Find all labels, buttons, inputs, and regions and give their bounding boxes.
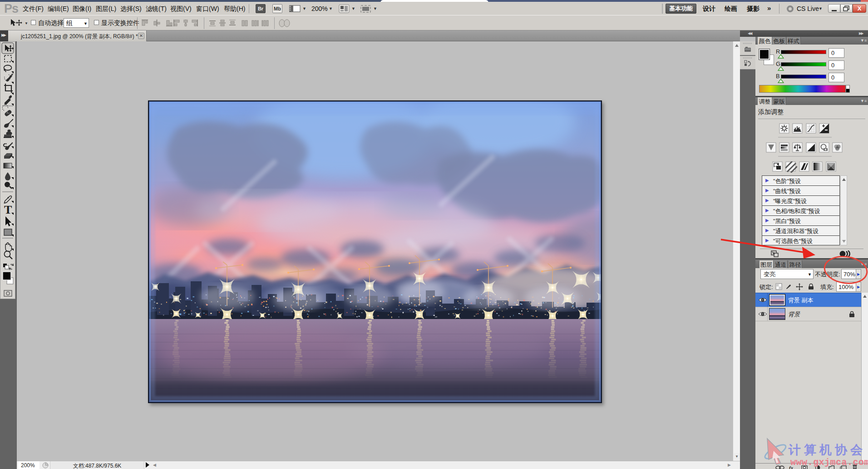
svg-text:计算机协会: 计算机协会 [788, 443, 866, 457]
svg-text:T: T [4, 203, 12, 216]
svg-text:www.gxjmca.com: www.gxjmca.com [790, 457, 868, 468]
